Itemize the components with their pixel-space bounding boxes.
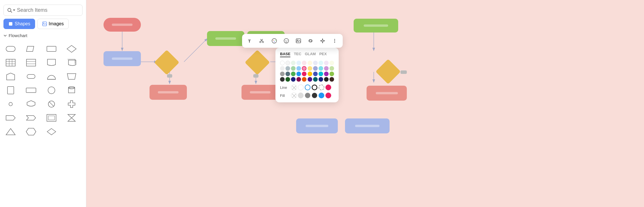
fill-none-swatch[interactable] [291, 93, 297, 98]
color-dot[interactable] [280, 66, 285, 71]
color-dot[interactable] [329, 77, 334, 82]
color-dot[interactable] [324, 77, 329, 82]
color-dot[interactable] [296, 61, 301, 65]
color-dot[interactable] [285, 66, 290, 71]
node-yellow-diamond-2[interactable] [246, 53, 269, 71]
color-dot[interactable] [329, 72, 334, 76]
color-dot[interactable] [313, 72, 318, 76]
color-dot[interactable] [324, 61, 329, 65]
color-tab-base[interactable]: BASE [280, 52, 290, 57]
color-dot[interactable] [291, 66, 296, 71]
color-dot[interactable] [313, 66, 318, 71]
color-dot[interactable] [308, 61, 312, 65]
toolbar-text-icon[interactable]: T [246, 37, 254, 45]
shape-diamond[interactable] [64, 43, 79, 55]
color-dot[interactable] [285, 61, 290, 65]
fill-light-swatch[interactable] [298, 93, 304, 98]
line-dashed-swatch[interactable] [319, 85, 324, 90]
shape-parallelogram[interactable] [24, 43, 38, 55]
shape-rect-wide[interactable] [24, 85, 38, 96]
toolbar-image-icon[interactable] [294, 37, 302, 45]
shape-rect-tall[interactable] [3, 85, 18, 96]
shape-circle[interactable] [44, 85, 59, 96]
node-blue-rect-bottom-1[interactable] [296, 118, 338, 133]
node-green-rect-1[interactable] [207, 31, 244, 46]
node-blue-rect-1[interactable] [103, 51, 141, 66]
node-yellow-diamond-3[interactable] [377, 63, 400, 80]
toolbar-palette-icon[interactable] [270, 37, 278, 45]
shape-rounded-rect[interactable] [3, 43, 18, 55]
shape-doc[interactable] [44, 57, 59, 68]
canvas[interactable]: T BASE TEC GLAM PEX [86, 0, 644, 207]
toolbar-more-icon[interactable] [331, 37, 339, 45]
color-dot[interactable] [285, 72, 290, 76]
shape-plus[interactable] [64, 98, 79, 110]
color-dot[interactable] [319, 66, 323, 71]
color-dot[interactable] [313, 77, 318, 82]
color-dot[interactable] [308, 66, 312, 71]
color-dot[interactable] [324, 72, 329, 76]
color-dot[interactable] [319, 72, 323, 76]
color-dot[interactable] [302, 66, 306, 71]
color-dot[interactable] [302, 61, 306, 65]
node-yellow-diamond-1[interactable] [155, 53, 178, 71]
node-salmon-rect-2[interactable] [241, 85, 279, 100]
shape-grid[interactable] [3, 57, 18, 68]
line-blue-swatch[interactable] [305, 85, 310, 90]
shape-small-circle[interactable] [3, 98, 18, 110]
shape-shield[interactable] [24, 98, 38, 110]
fill-pink-swatch[interactable] [325, 93, 331, 98]
shape-arrow-rect[interactable] [3, 112, 18, 124]
node-pink-pill[interactable] [103, 18, 141, 32]
tab-shapes[interactable]: Shapes [3, 19, 35, 29]
shape-small-diamond[interactable] [44, 126, 59, 137]
shape-cylinder-h[interactable] [24, 71, 38, 82]
node-green-rect-4[interactable] [354, 19, 398, 32]
color-tab-tec[interactable]: TEC [294, 52, 301, 57]
shape-pentagon[interactable] [3, 71, 18, 82]
search-input[interactable] [17, 7, 84, 13]
shape-multi-doc[interactable] [64, 57, 79, 68]
color-dot[interactable] [302, 77, 306, 82]
shape-chevron[interactable] [24, 112, 38, 124]
fill-dark-swatch[interactable] [312, 93, 317, 98]
search-bar[interactable] [3, 5, 83, 16]
fill-gray-swatch[interactable] [305, 93, 310, 98]
line-white-swatch[interactable] [298, 85, 304, 90]
toolbar-cut-icon[interactable] [258, 37, 266, 45]
shape-hexagon[interactable] [24, 126, 38, 137]
color-dot[interactable] [296, 77, 301, 82]
color-tab-glam[interactable]: GLAM [305, 52, 316, 57]
color-dot[interactable] [285, 77, 290, 82]
color-dot[interactable] [280, 72, 285, 76]
color-dot[interactable] [319, 77, 323, 82]
node-salmon-rect-1[interactable] [150, 85, 187, 100]
line-dark-swatch[interactable] [312, 85, 317, 90]
line-none-swatch[interactable] [291, 85, 297, 90]
shape-trapezoid[interactable] [64, 71, 79, 82]
color-dot[interactable] [313, 61, 318, 65]
shape-frame[interactable] [44, 112, 59, 124]
shape-half-circle[interactable] [44, 71, 59, 82]
color-dot[interactable] [280, 77, 285, 82]
fill-blue-swatch[interactable] [319, 93, 324, 98]
shape-cylinder[interactable] [64, 85, 79, 96]
toolbar-sparkle-icon[interactable] [319, 37, 327, 45]
color-dot[interactable] [302, 72, 306, 76]
color-dot[interactable] [296, 72, 301, 76]
color-dot[interactable] [296, 66, 301, 71]
color-dot[interactable] [291, 77, 296, 82]
shape-triangle[interactable] [3, 126, 18, 137]
shape-hourglass[interactable] [64, 112, 79, 124]
color-dot[interactable] [291, 72, 296, 76]
tab-images[interactable]: Images [37, 19, 68, 29]
line-pink-swatch[interactable] [325, 85, 331, 90]
color-dot[interactable] [308, 77, 312, 82]
color-dot[interactable] [291, 61, 296, 65]
shape-rect[interactable] [44, 43, 59, 55]
color-tab-pex[interactable]: PEX [319, 52, 327, 57]
color-dot[interactable] [324, 66, 329, 71]
color-dot[interactable] [319, 61, 323, 65]
color-dot[interactable] [329, 66, 334, 71]
toolbar-link-icon[interactable] [306, 37, 315, 45]
